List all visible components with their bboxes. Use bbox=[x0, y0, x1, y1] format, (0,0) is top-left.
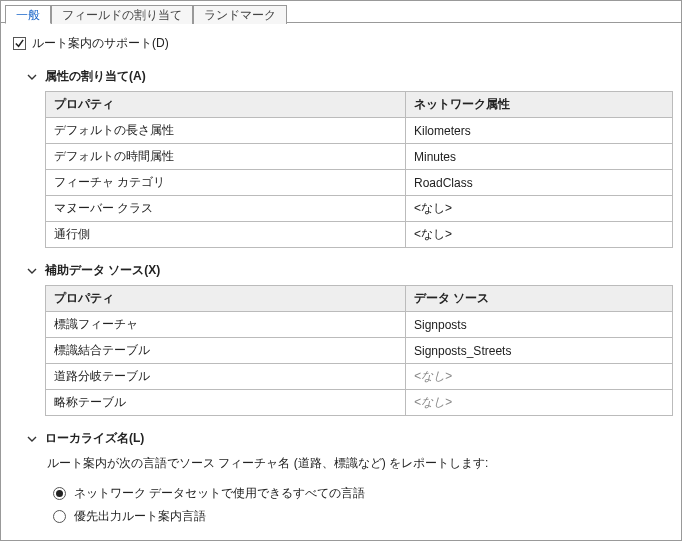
table-header-row: プロパティ データ ソース bbox=[46, 286, 673, 312]
table-row: 道路分岐テーブル <なし> bbox=[46, 364, 673, 390]
table-row: 通行側 <なし> bbox=[46, 222, 673, 248]
table-row: マヌーバー クラス <なし> bbox=[46, 196, 673, 222]
section-header-auxiliary[interactable]: 補助データ ソース(X) bbox=[27, 258, 677, 285]
tab-field-mapping[interactable]: フィールドの割り当て bbox=[51, 5, 193, 24]
tabstrip: 一般 フィールドの割り当て ランドマーク bbox=[1, 1, 681, 23]
radio-label: ネットワーク データセットで使用できるすべての言語 bbox=[74, 485, 365, 502]
table-row: デフォルトの長さ属性 Kilometers bbox=[46, 118, 673, 144]
section-header-localization[interactable]: ローカライズ名(L) bbox=[27, 426, 677, 453]
cell-value[interactable]: Kilometers bbox=[406, 118, 673, 144]
chevron-down-icon bbox=[27, 266, 37, 276]
cell-value[interactable]: Signposts bbox=[406, 312, 673, 338]
table-row: フィーチャ カテゴリ RoadClass bbox=[46, 170, 673, 196]
cell-property: デフォルトの時間属性 bbox=[46, 144, 406, 170]
chevron-down-icon bbox=[27, 434, 37, 444]
col-header-source: データ ソース bbox=[406, 286, 673, 312]
attributes-table: プロパティ ネットワーク属性 デフォルトの長さ属性 Kilometers デフォ… bbox=[45, 91, 673, 248]
section-header-attributes[interactable]: 属性の割り当て(A) bbox=[27, 64, 677, 91]
cell-value[interactable]: <なし> bbox=[406, 364, 673, 390]
cell-property: 標識結合テーブル bbox=[46, 338, 406, 364]
col-header-property: プロパティ bbox=[46, 286, 406, 312]
cell-value[interactable]: <なし> bbox=[406, 390, 673, 416]
radio-icon bbox=[53, 510, 66, 523]
tab-landmarks[interactable]: ランドマーク bbox=[193, 5, 287, 24]
dialog-panel: 一般 フィールドの割り当て ランドマーク ルート案内のサポート(D) bbox=[0, 0, 682, 541]
cell-property: 通行側 bbox=[46, 222, 406, 248]
tab-label: ランドマーク bbox=[204, 8, 276, 22]
cell-value[interactable]: <なし> bbox=[406, 222, 673, 248]
cell-value[interactable]: Signposts_Streets bbox=[406, 338, 673, 364]
table-header-row: プロパティ ネットワーク属性 bbox=[46, 92, 673, 118]
table-row: デフォルトの時間属性 Minutes bbox=[46, 144, 673, 170]
radio-selected-dot bbox=[56, 490, 63, 497]
cell-property: 道路分岐テーブル bbox=[46, 364, 406, 390]
section-auxiliary: 補助データ ソース(X) プロパティ データ ソース 標識フィーチャ Sig bbox=[27, 258, 677, 416]
checkbox-label: ルート案内のサポート(D) bbox=[32, 35, 169, 52]
tab-panel-general: ルート案内のサポート(D) 属性の割り当て(A) プロパティ ネットワーク属性 bbox=[1, 23, 681, 541]
tab-general[interactable]: 一般 bbox=[5, 5, 51, 24]
radio-preferred-language[interactable]: 優先出力ルート案内言語 bbox=[45, 505, 677, 528]
section-body-localization: ルート案内が次の言語でソース フィーチャ名 (道路、標識など) をレポートします… bbox=[27, 453, 677, 528]
section-attributes: 属性の割り当て(A) プロパティ ネットワーク属性 デフォルトの長さ属性 K bbox=[27, 64, 677, 248]
cell-property: 略称テーブル bbox=[46, 390, 406, 416]
cell-property: フィーチャ カテゴリ bbox=[46, 170, 406, 196]
localization-description: ルート案内が次の言語でソース フィーチャ名 (道路、標識など) をレポートします… bbox=[45, 453, 677, 482]
table-row: 標識結合テーブル Signposts_Streets bbox=[46, 338, 673, 364]
cell-value[interactable]: RoadClass bbox=[406, 170, 673, 196]
radio-label: 優先出力ルート案内言語 bbox=[74, 508, 206, 525]
auxiliary-table: プロパティ データ ソース 標識フィーチャ Signposts 標識結合テーブル… bbox=[45, 285, 673, 416]
section-localization: ローカライズ名(L) ルート案内が次の言語でソース フィーチャ名 (道路、標識な… bbox=[27, 426, 677, 528]
radio-all-languages[interactable]: ネットワーク データセットで使用できるすべての言語 bbox=[45, 482, 677, 505]
checkbox-icon bbox=[13, 37, 26, 50]
support-directions-checkbox[interactable]: ルート案内のサポート(D) bbox=[5, 33, 677, 60]
section-title: 属性の割り当て(A) bbox=[45, 68, 146, 85]
cell-property: 標識フィーチャ bbox=[46, 312, 406, 338]
section-title: 補助データ ソース(X) bbox=[45, 262, 160, 279]
section-body-attributes: プロパティ ネットワーク属性 デフォルトの長さ属性 Kilometers デフォ… bbox=[27, 91, 677, 248]
table-row: 標識フィーチャ Signposts bbox=[46, 312, 673, 338]
radio-icon bbox=[53, 487, 66, 500]
chevron-down-icon bbox=[27, 72, 37, 82]
table-row: 略称テーブル <なし> bbox=[46, 390, 673, 416]
col-header-attribute: ネットワーク属性 bbox=[406, 92, 673, 118]
cell-value[interactable]: Minutes bbox=[406, 144, 673, 170]
section-title: ローカライズ名(L) bbox=[45, 430, 144, 447]
col-header-property: プロパティ bbox=[46, 92, 406, 118]
tab-label: 一般 bbox=[16, 8, 40, 22]
section-body-auxiliary: プロパティ データ ソース 標識フィーチャ Signposts 標識結合テーブル… bbox=[27, 285, 677, 416]
cell-property: マヌーバー クラス bbox=[46, 196, 406, 222]
cell-property: デフォルトの長さ属性 bbox=[46, 118, 406, 144]
tab-label: フィールドの割り当て bbox=[62, 8, 182, 22]
cell-value[interactable]: <なし> bbox=[406, 196, 673, 222]
